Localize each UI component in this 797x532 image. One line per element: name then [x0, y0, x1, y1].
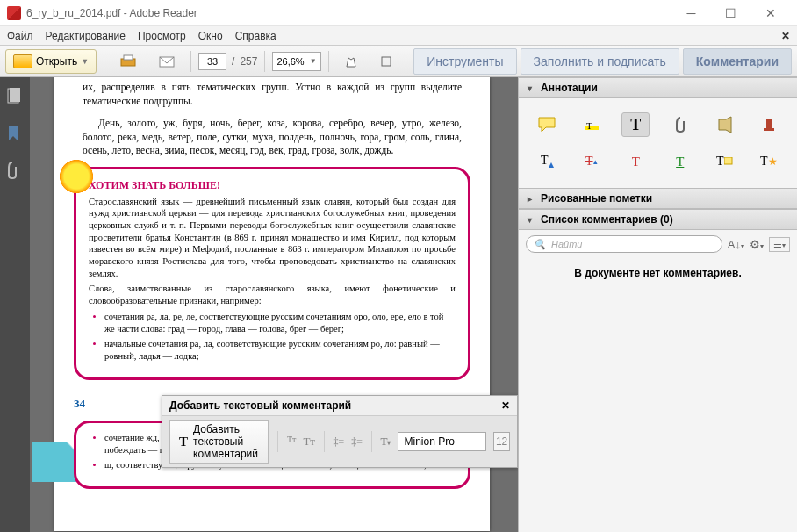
menu-help[interactable]: Справка: [235, 30, 276, 42]
feature-box-1: ХОТИМ ЗНАТЬ БОЛЬШЕ! Старославянский язык…: [74, 167, 470, 381]
sun-icon: [57, 157, 96, 196]
tool-attach-file[interactable]: [666, 112, 694, 137]
sort-button[interactable]: A↓▾: [728, 238, 744, 251]
text-tool-icon: T: [179, 435, 188, 449]
zoom-value: 26,6%: [276, 56, 304, 67]
tab-fill-sign[interactable]: Заполнить и подписать: [521, 48, 679, 75]
tool-add-text[interactable]: T: [621, 112, 650, 137]
comments-search-input[interactable]: 🔍 Найти: [526, 235, 722, 253]
open-dropdown-icon: ▼: [81, 57, 89, 66]
doc-word-list: День, золото, уж, буря, ночь, берег, коз…: [83, 117, 462, 158]
search-icon: 🔍: [534, 239, 546, 250]
page-total: 257: [240, 55, 257, 68]
tc-color-icon[interactable]: T▾: [380, 435, 391, 449]
tool-highlight[interactable]: T: [578, 112, 606, 137]
svg-rect-3: [382, 57, 391, 66]
page-number-label: 34: [74, 396, 85, 412]
section-comments-list[interactable]: Список комментариев (0): [519, 209, 797, 230]
text-comment-toolbar: Добавить текстовый комментарий ✕ T Добав…: [162, 395, 518, 468]
no-comments-label: В документе нет комментариев.: [526, 267, 790, 279]
svg-rect-8: [764, 128, 774, 131]
maximize-button[interactable]: ☐: [711, 1, 750, 25]
doc-intro-tail: их, распределив в пять тематических груп…: [83, 81, 462, 108]
menu-view[interactable]: Просмотр: [138, 30, 186, 42]
font-size-combo[interactable]: 12: [493, 432, 510, 451]
print-button[interactable]: [111, 49, 145, 74]
tc-lineheight-inc-icon[interactable]: ‡≡: [351, 435, 363, 449]
svg-text:T: T: [586, 120, 592, 131]
section-annotations[interactable]: Аннотации: [519, 77, 797, 98]
tool-select[interactable]: [371, 49, 401, 74]
svg-rect-9: [766, 119, 772, 128]
feature-p1: Старославянский язык — древнейший письме…: [89, 196, 456, 279]
feature-p2: Слова, заимствованные из старославянског…: [89, 283, 456, 306]
tool-add-note-to-text[interactable]: T: [710, 149, 738, 174]
window-title: 6_ry_b_ru_2014.pdf - Adobe Reader: [26, 7, 197, 19]
tool-strikethrough[interactable]: T: [621, 149, 650, 174]
tool-record-audio[interactable]: [710, 112, 738, 137]
attachments-icon[interactable]: [6, 162, 24, 181]
zoom-dropdown-icon: ▼: [310, 57, 317, 65]
bookmarks-icon[interactable]: [6, 125, 24, 144]
app-icon: [7, 6, 21, 20]
page-number-input[interactable]: [198, 53, 226, 70]
tool-text-correction[interactable]: T★: [755, 149, 783, 174]
tab-tools[interactable]: Инструменты: [413, 48, 516, 75]
tc-size-large-icon[interactable]: Tт: [303, 435, 315, 449]
email-button[interactable]: [150, 49, 183, 74]
close-doc-button[interactable]: ✕: [781, 30, 790, 42]
svg-rect-10: [724, 157, 732, 164]
tab-comments[interactable]: Комментарии: [683, 48, 792, 75]
thumbnails-icon[interactable]: [6, 88, 24, 107]
tc-title: Добавить текстовый комментарий: [169, 399, 351, 412]
open-label: Открыть: [36, 55, 77, 68]
feature-li-1: сочетания ра, ла, ре, ле, соответствующи…: [104, 311, 456, 335]
menu-file[interactable]: Файл: [7, 30, 33, 42]
svg-rect-5: [10, 88, 20, 102]
tc-size-small-icon[interactable]: Tт: [287, 435, 296, 449]
options-button[interactable]: ☰▾: [769, 237, 790, 252]
zoom-combo[interactable]: 26,6% ▼: [272, 52, 320, 71]
svg-rect-1: [124, 55, 133, 60]
tool-hand[interactable]: [336, 49, 366, 74]
tc-lineheight-dec-icon[interactable]: ‡≡: [333, 435, 344, 449]
tool-sticky-note[interactable]: [533, 112, 561, 137]
menu-edit[interactable]: Редактирование: [46, 30, 126, 42]
font-combo[interactable]: Minion Pro: [398, 432, 486, 451]
menu-window[interactable]: Окно: [198, 30, 223, 42]
tool-insert-text[interactable]: T▴: [533, 149, 561, 174]
page-sep: /: [232, 55, 234, 68]
tc-add-button[interactable]: T Добавить текстовый комментарий: [169, 420, 269, 464]
tool-replace-text[interactable]: T▴: [578, 149, 606, 174]
font-value: Minion Pro: [404, 435, 454, 448]
annotations-label: Аннотации: [541, 82, 598, 94]
filter-button[interactable]: ⚙▾: [750, 238, 764, 251]
comments-list-label: Список комментариев (0): [541, 213, 673, 226]
tc-add-label: Добавить текстовый комментарий: [193, 423, 259, 460]
tool-stamp[interactable]: [755, 112, 783, 137]
close-button[interactable]: ✕: [750, 1, 790, 25]
minimize-button[interactable]: ─: [671, 1, 711, 25]
font-size-value: 12: [496, 435, 507, 448]
feature-li-2: начальные сочетания ра, ла, соответствую…: [104, 338, 456, 363]
feature-title: ХОТИМ ЗНАТЬ БОЛЬШЕ!: [89, 178, 456, 192]
tc-close-button[interactable]: ✕: [501, 399, 510, 412]
search-placeholder: Найти: [551, 239, 582, 249]
folder-icon: [13, 54, 32, 68]
open-button[interactable]: Открыть ▼: [5, 49, 97, 74]
section-drawn-markups[interactable]: Рисованные пометки: [519, 188, 797, 209]
drawn-label: Рисованные пометки: [541, 192, 652, 205]
tool-underline[interactable]: T: [666, 149, 694, 174]
